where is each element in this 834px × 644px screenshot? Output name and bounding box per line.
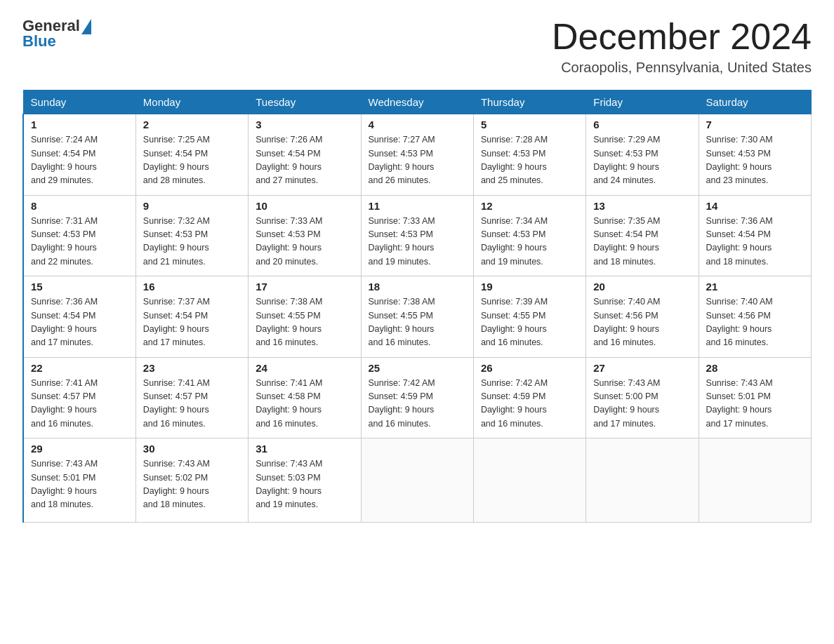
day-number: 28: [706, 362, 804, 374]
day-info: Sunrise: 7:31 AM Sunset: 4:53 PM Dayligh…: [31, 215, 128, 269]
location-subtitle: Coraopolis, Pennsylvania, United States: [552, 60, 812, 76]
day-number: 16: [143, 281, 241, 293]
day-info: Sunrise: 7:43 AM Sunset: 5:03 PM Dayligh…: [256, 457, 353, 512]
day-info: Sunrise: 7:39 AM Sunset: 4:55 PM Dayligh…: [481, 295, 578, 350]
page-header: General Blue December 2024 Coraopolis, P…: [22, 17, 812, 76]
table-row: 1 Sunrise: 7:24 AM Sunset: 4:54 PM Dayli…: [23, 114, 135, 196]
table-row: [699, 438, 811, 523]
table-row: 7 Sunrise: 7:30 AM Sunset: 4:53 PM Dayli…: [699, 114, 811, 196]
table-row: 18 Sunrise: 7:38 AM Sunset: 4:55 PM Dayl…: [361, 276, 473, 358]
table-row: 10 Sunrise: 7:33 AM Sunset: 4:53 PM Dayl…: [249, 195, 361, 276]
day-number: 30: [143, 443, 241, 455]
day-info: Sunrise: 7:41 AM Sunset: 4:57 PM Dayligh…: [143, 377, 241, 431]
calendar-header-row: Sunday Monday Tuesday Wednesday Thursday…: [23, 90, 812, 114]
table-row: 6 Sunrise: 7:29 AM Sunset: 4:53 PM Dayli…: [586, 114, 699, 196]
table-row: 3 Sunrise: 7:26 AM Sunset: 4:54 PM Dayli…: [249, 114, 361, 196]
col-wednesday: Wednesday: [361, 90, 473, 114]
table-row: 9 Sunrise: 7:32 AM Sunset: 4:53 PM Dayli…: [135, 195, 248, 276]
table-row: 26 Sunrise: 7:42 AM Sunset: 4:59 PM Dayl…: [473, 357, 585, 438]
day-number: 24: [256, 362, 353, 374]
table-row: [361, 438, 473, 523]
day-info: Sunrise: 7:37 AM Sunset: 4:54 PM Dayligh…: [143, 295, 241, 350]
day-info: Sunrise: 7:30 AM Sunset: 4:53 PM Dayligh…: [706, 133, 804, 188]
table-row: 17 Sunrise: 7:38 AM Sunset: 4:55 PM Dayl…: [249, 276, 361, 358]
day-number: 23: [143, 362, 241, 374]
month-title: December 2024: [552, 17, 812, 57]
calendar-table: Sunday Monday Tuesday Wednesday Thursday…: [22, 90, 812, 523]
table-row: 22 Sunrise: 7:41 AM Sunset: 4:57 PM Dayl…: [23, 357, 135, 438]
table-row: [473, 438, 585, 523]
day-number: 4: [369, 119, 466, 130]
day-info: Sunrise: 7:29 AM Sunset: 4:53 PM Dayligh…: [593, 133, 691, 188]
day-number: 22: [31, 362, 128, 374]
day-info: Sunrise: 7:34 AM Sunset: 4:53 PM Dayligh…: [481, 215, 578, 269]
table-row: 8 Sunrise: 7:31 AM Sunset: 4:53 PM Dayli…: [23, 195, 135, 276]
day-info: Sunrise: 7:33 AM Sunset: 4:53 PM Dayligh…: [369, 215, 466, 269]
day-number: 29: [31, 443, 128, 455]
day-info: Sunrise: 7:43 AM Sunset: 5:01 PM Dayligh…: [706, 377, 804, 431]
day-number: 12: [481, 200, 578, 212]
day-number: 6: [593, 119, 691, 130]
table-row: 11 Sunrise: 7:33 AM Sunset: 4:53 PM Dayl…: [361, 195, 473, 276]
day-number: 5: [481, 119, 578, 130]
table-row: 19 Sunrise: 7:39 AM Sunset: 4:55 PM Dayl…: [473, 276, 585, 358]
day-number: 18: [369, 281, 466, 293]
day-number: 10: [256, 200, 353, 212]
table-row: 31 Sunrise: 7:43 AM Sunset: 5:03 PM Dayl…: [249, 438, 361, 523]
day-number: 31: [256, 443, 353, 455]
day-number: 1: [31, 119, 128, 130]
day-number: 17: [256, 281, 353, 293]
day-info: Sunrise: 7:32 AM Sunset: 4:53 PM Dayligh…: [143, 215, 241, 269]
table-row: 4 Sunrise: 7:27 AM Sunset: 4:53 PM Dayli…: [361, 114, 473, 196]
day-number: 26: [481, 362, 578, 374]
day-number: 27: [593, 362, 691, 374]
day-info: Sunrise: 7:38 AM Sunset: 4:55 PM Dayligh…: [256, 295, 353, 350]
day-number: 20: [593, 281, 691, 293]
day-info: Sunrise: 7:41 AM Sunset: 4:58 PM Dayligh…: [256, 377, 353, 431]
day-number: 2: [143, 119, 241, 130]
day-number: 3: [256, 119, 353, 130]
table-row: 16 Sunrise: 7:37 AM Sunset: 4:54 PM Dayl…: [135, 276, 248, 358]
logo-triangle-icon: [81, 19, 91, 34]
day-info: Sunrise: 7:35 AM Sunset: 4:54 PM Dayligh…: [593, 215, 691, 269]
day-number: 25: [369, 362, 466, 374]
day-info: Sunrise: 7:33 AM Sunset: 4:53 PM Dayligh…: [256, 215, 353, 269]
day-info: Sunrise: 7:41 AM Sunset: 4:57 PM Dayligh…: [31, 377, 128, 431]
day-info: Sunrise: 7:36 AM Sunset: 4:54 PM Dayligh…: [31, 295, 128, 350]
day-number: 19: [481, 281, 578, 293]
table-row: 29 Sunrise: 7:43 AM Sunset: 5:01 PM Dayl…: [23, 438, 135, 523]
day-info: Sunrise: 7:42 AM Sunset: 4:59 PM Dayligh…: [369, 377, 466, 431]
col-sunday: Sunday: [23, 90, 135, 114]
table-row: 13 Sunrise: 7:35 AM Sunset: 4:54 PM Dayl…: [586, 195, 699, 276]
table-row: 27 Sunrise: 7:43 AM Sunset: 5:00 PM Dayl…: [586, 357, 699, 438]
table-row: 15 Sunrise: 7:36 AM Sunset: 4:54 PM Dayl…: [23, 276, 135, 358]
table-row: 20 Sunrise: 7:40 AM Sunset: 4:56 PM Dayl…: [586, 276, 699, 358]
table-row: 30 Sunrise: 7:43 AM Sunset: 5:02 PM Dayl…: [135, 438, 248, 523]
day-number: 11: [369, 200, 466, 212]
day-info: Sunrise: 7:26 AM Sunset: 4:54 PM Dayligh…: [256, 133, 353, 188]
day-info: Sunrise: 7:40 AM Sunset: 4:56 PM Dayligh…: [593, 295, 691, 350]
day-info: Sunrise: 7:24 AM Sunset: 4:54 PM Dayligh…: [31, 133, 128, 188]
day-number: 14: [706, 200, 804, 212]
table-row: 24 Sunrise: 7:41 AM Sunset: 4:58 PM Dayl…: [249, 357, 361, 438]
day-number: 21: [706, 281, 804, 293]
table-row: [586, 438, 699, 523]
table-row: 5 Sunrise: 7:28 AM Sunset: 4:53 PM Dayli…: [473, 114, 585, 196]
day-number: 7: [706, 119, 804, 130]
table-row: 25 Sunrise: 7:42 AM Sunset: 4:59 PM Dayl…: [361, 357, 473, 438]
day-info: Sunrise: 7:43 AM Sunset: 5:02 PM Dayligh…: [143, 457, 241, 512]
day-info: Sunrise: 7:43 AM Sunset: 5:00 PM Dayligh…: [593, 377, 691, 431]
table-row: 12 Sunrise: 7:34 AM Sunset: 4:53 PM Dayl…: [473, 195, 585, 276]
table-row: 21 Sunrise: 7:40 AM Sunset: 4:56 PM Dayl…: [699, 276, 811, 358]
col-thursday: Thursday: [473, 90, 585, 114]
day-info: Sunrise: 7:38 AM Sunset: 4:55 PM Dayligh…: [369, 295, 466, 350]
table-row: 28 Sunrise: 7:43 AM Sunset: 5:01 PM Dayl…: [699, 357, 811, 438]
table-row: 2 Sunrise: 7:25 AM Sunset: 4:54 PM Dayli…: [135, 114, 248, 196]
day-number: 8: [31, 200, 128, 212]
logo: General Blue: [22, 17, 91, 51]
day-info: Sunrise: 7:28 AM Sunset: 4:53 PM Dayligh…: [481, 133, 578, 188]
col-tuesday: Tuesday: [249, 90, 361, 114]
day-info: Sunrise: 7:43 AM Sunset: 5:01 PM Dayligh…: [31, 457, 128, 512]
day-number: 9: [143, 200, 241, 212]
day-number: 13: [593, 200, 691, 212]
